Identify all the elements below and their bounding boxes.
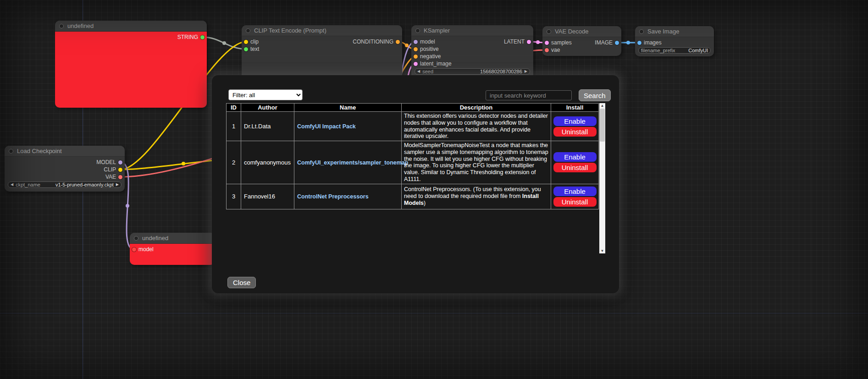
scrollbar-thumb[interactable] — [600, 109, 605, 142]
extension-name-link[interactable]: ComfyUI_experiments/sampler_tonemap — [297, 159, 408, 166]
extension-name-link[interactable]: ComfyUI Impact Pack — [297, 123, 356, 130]
output-label: IMAGE — [595, 39, 613, 46]
search-input[interactable] — [486, 90, 572, 100]
extension-id: 2 — [227, 141, 241, 184]
seed-widget[interactable]: ◀ seed 156680208700286 ▶ — [415, 68, 530, 75]
extension-description: ControlNet Preprocessors. (To use this e… — [402, 184, 551, 209]
input-port-model[interactable] — [414, 40, 418, 44]
ckpt-name-widget[interactable]: ◀ ckpt_name v1-5-pruned-emaonly.ckpt ▶ — [8, 181, 122, 188]
output-label: LATENT — [504, 38, 525, 45]
extension-description: This extension offers various detector n… — [402, 112, 551, 141]
node-load-checkpoint[interactable]: Load Checkpoint MODEL CLIP VAE ◀ ckpt_na… — [5, 146, 125, 192]
input-label: vae — [551, 46, 560, 54]
scroll-up-arrow-icon[interactable]: ▲ — [599, 103, 605, 108]
link-midpoint-dot — [126, 204, 129, 208]
output-port-model[interactable] — [118, 160, 122, 165]
extension-id: 3 — [227, 184, 241, 209]
node-undefined-top[interactable]: undefined STRING — [55, 21, 207, 108]
node-title: KSampler — [424, 27, 450, 34]
column-header-author: Author — [241, 104, 294, 112]
filter-select[interactable]: Filter: all — [228, 89, 303, 100]
input-port-negative[interactable] — [414, 55, 418, 59]
extension-name-link[interactable]: ControlNet Preprocessors — [297, 193, 369, 200]
node-title: undefined — [142, 235, 168, 242]
enable-button[interactable]: Enable — [553, 152, 597, 162]
uninstall-button[interactable]: Uninstall — [553, 197, 597, 207]
enable-button[interactable]: Enable — [553, 187, 597, 196]
collapse-toggle-icon[interactable] — [639, 29, 644, 34]
extension-author: Dr.Lt.Data — [241, 112, 294, 141]
widget-value: v1-5-pruned-emaonly.ckpt — [55, 182, 114, 187]
column-header-install: Install — [551, 104, 599, 112]
node-title-bar[interactable]: CLIP Text Encode (Prompt) — [242, 25, 402, 36]
input-port-samples[interactable] — [545, 41, 549, 45]
collapse-toggle-icon[interactable] — [9, 149, 13, 154]
input-port-images[interactable] — [637, 41, 641, 45]
input-port-clip[interactable] — [244, 40, 248, 44]
column-header-id: ID — [227, 104, 241, 112]
output-label: CLIP — [104, 166, 116, 173]
uninstall-button[interactable]: Uninstall — [553, 127, 597, 137]
search-button[interactable]: Search — [579, 89, 611, 101]
input-port-latent-image[interactable] — [414, 62, 418, 66]
node-title-bar[interactable]: undefined — [130, 233, 215, 244]
install-custom-nodes-dialog: Filter: all Search ID Author Name Descri… — [212, 75, 619, 293]
input-label: negative — [420, 53, 441, 60]
input-port-positive[interactable] — [414, 47, 418, 51]
column-header-name: Name — [294, 104, 402, 112]
output-port-clip[interactable] — [118, 168, 122, 172]
node-title: Load Checkpoint — [17, 148, 62, 154]
widget-value: 156680208700286 — [480, 69, 522, 74]
widget-label: filename_prefix — [641, 48, 675, 53]
increment-arrow-icon[interactable]: ▶ — [116, 183, 119, 187]
output-port-latent[interactable] — [527, 40, 531, 44]
output-port-image[interactable] — [615, 41, 619, 45]
scroll-down-arrow-icon[interactable]: ▼ — [599, 248, 605, 253]
node-title-bar[interactable]: Load Checkpoint — [5, 146, 125, 157]
node-title: undefined — [67, 22, 94, 29]
collapse-toggle-icon[interactable] — [547, 29, 551, 34]
input-port-text[interactable] — [244, 47, 248, 51]
node-title-bar[interactable]: VAE Decode — [542, 26, 621, 37]
collapse-toggle-icon[interactable] — [246, 28, 250, 33]
enable-button[interactable]: Enable — [553, 116, 597, 126]
link-midpoint-dot — [405, 44, 409, 47]
node-title: Save Image — [647, 28, 679, 35]
uninstall-button[interactable]: Uninstall — [553, 163, 597, 172]
collapse-toggle-icon[interactable] — [134, 236, 138, 241]
filename-prefix-widget[interactable]: filename_prefix ComfyUI — [638, 47, 711, 54]
node-title-bar[interactable]: KSampler — [411, 25, 533, 36]
table-row: 1 Dr.Lt.Data ComfyUI Impact Pack This ex… — [227, 112, 599, 141]
input-port-vae[interactable] — [545, 48, 549, 52]
extension-description: ModelSamplerTonemapNoiseTest a node that… — [402, 141, 551, 184]
output-label: MODEL — [96, 159, 116, 166]
node-title-bar[interactable]: undefined — [55, 21, 207, 32]
node-save-image[interactable]: Save Image images filename_prefix ComfyU… — [635, 26, 714, 56]
extension-id: 1 — [227, 112, 241, 141]
output-label: STRING — [177, 33, 198, 41]
node-title: VAE Decode — [555, 28, 588, 35]
decrement-arrow-icon[interactable]: ◀ — [11, 183, 13, 187]
output-port-conditioning[interactable] — [396, 40, 400, 44]
increment-arrow-icon[interactable]: ▶ — [525, 70, 527, 73]
table-row: 2 comfyanonymous ComfyUI_experiments/sam… — [227, 141, 599, 184]
table-scrollbar[interactable]: ▲ ▼ — [599, 103, 605, 253]
link-midpoint-dot — [626, 41, 630, 44]
node-undefined-bottom[interactable]: undefined model — [130, 233, 215, 265]
input-port-model[interactable] — [132, 247, 136, 252]
table-header-row: ID Author Name Description Install — [227, 104, 599, 112]
output-port-string[interactable] — [200, 35, 205, 39]
close-button[interactable]: Close — [227, 277, 256, 288]
output-label: CONDITIONING — [353, 38, 393, 45]
input-label: model — [420, 38, 435, 45]
node-vae-decode[interactable]: VAE Decode samples IMAGE vae — [542, 26, 621, 56]
widget-value: ComfyUI — [688, 48, 708, 53]
collapse-toggle-icon[interactable] — [59, 24, 64, 28]
output-port-vae[interactable] — [118, 175, 122, 179]
extension-author: comfyanonymous — [241, 141, 294, 184]
widget-label: seed — [422, 69, 433, 74]
collapse-toggle-icon[interactable] — [415, 28, 420, 33]
node-ksampler[interactable]: KSampler model LATENT positive negative … — [411, 25, 533, 80]
decrement-arrow-icon[interactable]: ◀ — [417, 70, 420, 73]
node-title-bar[interactable]: Save Image — [635, 26, 714, 37]
